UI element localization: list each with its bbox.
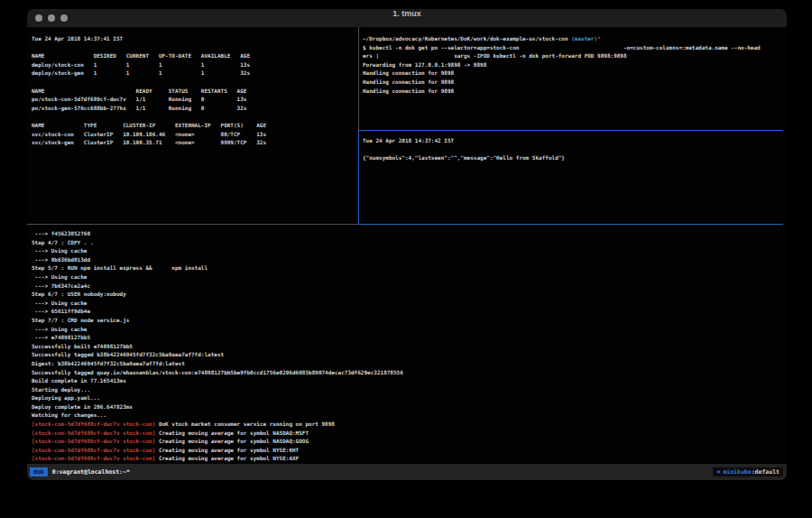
terminal-line: Step 6/7 : USER nobody:nobody [32, 290, 785, 299]
pane-skaffold-build[interactable]: ---> f45623052760Step 4/7 : COPY . . ---… [32, 229, 785, 463]
terminal-line: Digest: b38b42246945fd7f32c5ba9aea7af7fd… [32, 359, 785, 368]
terminal-line: Watching for changes... [32, 411, 785, 420]
terminal-line: po/stock-con-5d7df689cf-dwc7v 1/1 Runnin… [32, 95, 356, 104]
pod-log-message: DoK stock market consumer service runnin… [155, 421, 335, 427]
pod-log-message: Creating moving average for symbol NASDA… [155, 430, 309, 436]
window-name-label[interactable]: 0:vagrant@localhost:~* [52, 468, 130, 476]
pane-divider-bottom-left [27, 224, 358, 225]
prompt-path-line: ~/Dropbox/advocacy/Kubernetes/DoK/work/d… [363, 34, 783, 43]
git-branch: (master) [571, 35, 597, 42]
pod-log-prefix: [stock-con-5d7df689cf-dwc7v stock-con] [32, 421, 155, 427]
terminal-line [32, 43, 356, 52]
desktop-background: 1. tmux Tue 24 Apr 2018 14:37:41 IST NAM… [0, 0, 812, 518]
minimize-button[interactable] [48, 14, 55, 22]
pod-log-prefix: [stock-con-5d7df689cf-dwc7v stock-con] [32, 455, 155, 461]
pane-divider-vertical-active [358, 130, 359, 224]
window-titlebar[interactable]: 1. tmux [27, 9, 787, 27]
pod-log-message: Creating moving average for symbol NYSE:… [155, 455, 299, 461]
build-output: ---> f45623052760Step 4/7 : COPY . . ---… [32, 229, 785, 420]
terminal-line: Handling connection for 9898 [363, 78, 783, 87]
terminal-line: ---> Using cache [32, 246, 785, 255]
pod-log-line: [stock-con-5d7df689cf-dwc7v stock-con] C… [32, 437, 785, 446]
terminal-line: NAME TYPE CLUSTER-IP EXTERNAL-IP PORT(S)… [32, 121, 356, 130]
terminal-line: Handling connection for 9898 [363, 87, 783, 96]
terminal-line: Handling connection for 9898 [363, 69, 783, 78]
terminal-line: Step 4/7 : COPY . . [32, 238, 785, 247]
terminal-line: ---> 7b6347ce2a4c [32, 282, 785, 291]
terminal-line: Deploying app.yaml... [32, 393, 785, 402]
terminal-line: svc/stock-con ClusterIP 10.109.186.46 <n… [32, 130, 356, 139]
git-dirty-marker: * [597, 35, 601, 42]
terminal-line: NAME READY STATUS RESTARTS AGE [32, 87, 356, 96]
terminal-line: deploy/stock-gen 1 1 1 1 32s [32, 69, 356, 78]
pod-log-prefix: [stock-con-5d7df689cf-dwc7v stock-con] [32, 447, 155, 453]
terminal-content: Tue 24 Apr 2018 14:37:41 IST NAME DESIRE… [27, 27, 787, 464]
terminal-line: Starting deploy... [32, 385, 785, 394]
pane-port-forward[interactable]: ~/Dropbox/advocacy/Kubernetes/DoK/work/d… [363, 34, 783, 95]
terminal-line: Step 5/7 : RUN npm install express && np… [32, 264, 785, 273]
terminal-line: ---> Using cache [32, 325, 785, 334]
terminal-line: ---> e74898127bb5 [32, 333, 785, 342]
terminal-line: ers | xargs -IPOD kubectl -n dok port-fo… [363, 51, 783, 60]
terminal-line: {"numsymbols":4,"lastseen":"","message":… [363, 153, 783, 162]
terminal-line: Successfully tagged b38b42246945fd7f32c5… [32, 350, 785, 359]
window-title: 1. tmux [27, 9, 787, 18]
terminal-line: Successfully tagged quay.io/mhausenblas/… [32, 368, 785, 377]
pane-kubectl-resources[interactable]: Tue 24 Apr 2018 14:37:41 IST NAME DESIRE… [32, 34, 356, 147]
terminal-line: Successfully built e74898127bb5 [32, 342, 785, 351]
pod-log-line: [stock-con-5d7df689cf-dwc7v stock-con] C… [32, 429, 785, 438]
zoom-button[interactable] [60, 14, 68, 22]
close-button[interactable] [35, 14, 42, 22]
terminal-line: ---> 0b636bd013dd [32, 255, 785, 264]
pane-divider-right-horizontal [358, 130, 783, 131]
cwd-path: ~/Dropbox/advocacy/Kubernetes/DoK/work/d… [363, 35, 571, 42]
terminal-line: Tue 24 Apr 2018 14:37:41 IST [32, 34, 356, 43]
tmux-status-bar: dok 0:vagrant@localhost:~* ⎈ minikube :d… [27, 464, 787, 480]
terminal-line: NAME DESIRED CURRENT UP-TO-DATE AVAILABL… [32, 51, 356, 60]
pod-log-line: [stock-con-5d7df689cf-dwc7v stock-con] D… [32, 420, 785, 429]
terminal-line: deploy/stock-con 1 1 1 1 13s [32, 60, 356, 69]
terminal-line: Forwarding from 127.0.0.1:9898 -> 9898 [363, 60, 783, 69]
kube-namespace-label: :default [752, 468, 780, 476]
pane-divider-vertical [358, 27, 359, 130]
terminal-line: ---> 65611ff9db4e [32, 307, 785, 316]
terminal-line: Build complete in 77.165413ms [32, 376, 785, 385]
pod-log-line: [stock-con-5d7df689cf-dwc7v stock-con] C… [32, 446, 785, 455]
terminal-line [32, 78, 356, 87]
port-forward-output: $ kubectl -n dok get po --selector=app=s… [363, 43, 783, 96]
terminal-line: svc/stock-gen ClusterIP 10.100.35.71 <no… [32, 138, 356, 147]
pod-log-message: Creating moving average for symbol NASDA… [155, 438, 309, 444]
terminal-line [363, 145, 783, 154]
pod-log-output: [stock-con-5d7df689cf-dwc7v stock-con] D… [32, 420, 785, 463]
traffic-lights [35, 14, 68, 22]
terminal-line [32, 112, 356, 121]
helm-wheel-icon: ⎈ [716, 468, 720, 476]
terminal-line: Step 7/7 : CMD node service.js [32, 316, 785, 325]
terminal-window: 1. tmux Tue 24 Apr 2018 14:37:41 IST NAM… [27, 9, 787, 480]
terminal-line: $ kubectl -n dok get po --selector=app=s… [363, 43, 783, 52]
terminal-line: ---> Using cache [32, 299, 785, 308]
terminal-line: Tue 24 Apr 2018 14:37:42 IST [363, 136, 783, 145]
terminal-line: Deploy complete in 286.647823ms [32, 402, 785, 412]
pod-log-prefix: [stock-con-5d7df689cf-dwc7v stock-con] [32, 430, 155, 436]
session-name-badge[interactable]: dok [30, 467, 48, 476]
pod-log-message: Creating moving average for symbol NYSE:… [155, 447, 299, 453]
kube-context-label: minikube [723, 468, 751, 476]
terminal-line: po/stock-gen-576cc688bb-277hx 1/1 Runnin… [32, 104, 356, 113]
kube-context-badge: ⎈ minikube :default [713, 467, 783, 476]
pod-log-prefix: [stock-con-5d7df689cf-dwc7v stock-con] [32, 438, 155, 444]
pane-divider-bottom-right [358, 224, 783, 225]
terminal-line: ---> Using cache [32, 273, 785, 282]
pod-log-line: [stock-con-5d7df689cf-dwc7v stock-con] C… [32, 454, 785, 463]
terminal-line: ---> f45623052760 [32, 229, 785, 238]
pane-curl-output[interactable]: Tue 24 Apr 2018 14:37:42 IST {"numsymbol… [363, 136, 783, 162]
